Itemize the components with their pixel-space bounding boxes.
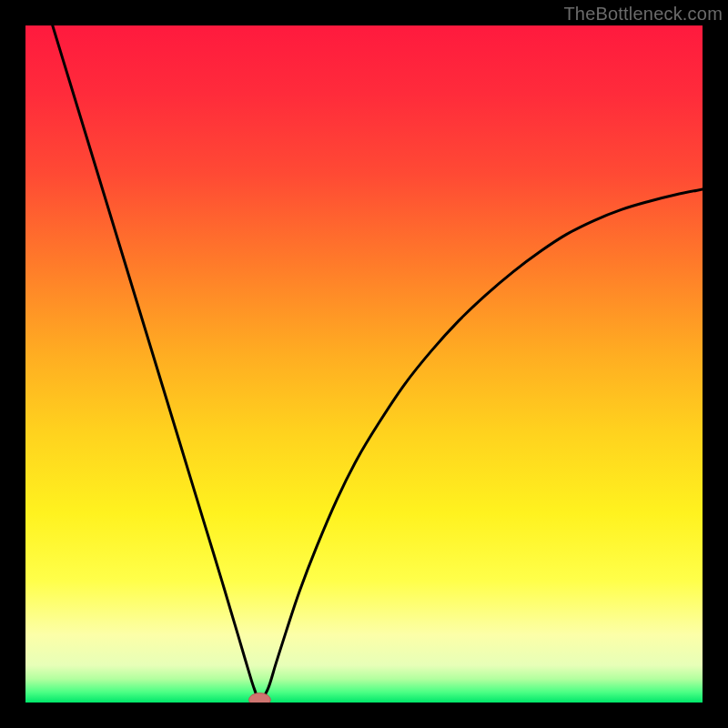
minimum-marker (249, 693, 271, 703)
watermark-text: TheBottleneck.com (563, 4, 723, 25)
bottleneck-chart (25, 25, 703, 703)
gradient-background (25, 25, 703, 703)
chart-frame (25, 25, 703, 703)
